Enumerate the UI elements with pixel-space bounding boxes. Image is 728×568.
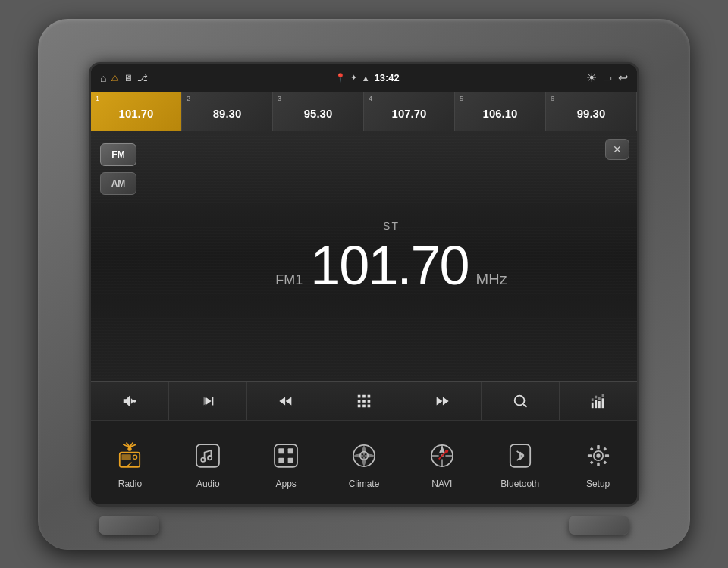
svg-rect-13: [592, 402, 594, 407]
nav-climate[interactable]: Climate: [325, 427, 403, 498]
svg-point-21: [128, 447, 132, 450]
radio-display: FM AM ST FM1 101.70 MHz ✕: [91, 131, 637, 381]
svg-rect-8: [358, 404, 361, 407]
am-button[interactable]: AM: [100, 172, 136, 195]
preset-freq-1: 101.70: [119, 107, 154, 120]
svg-rect-58: [589, 460, 593, 464]
svg-rect-10: [368, 404, 371, 407]
nav-navi[interactable]: NAVI: [403, 427, 481, 498]
setup-icon: [579, 436, 618, 475]
climate-icon: [344, 436, 384, 475]
svg-rect-16: [595, 395, 597, 398]
skip-next-button[interactable]: [169, 382, 247, 420]
svg-rect-30: [196, 444, 219, 467]
clock: 13:42: [375, 72, 400, 83]
volume-button[interactable]: [91, 382, 169, 420]
nav-radio[interactable]: Radio: [91, 427, 169, 498]
preset-freq-3: 95.30: [304, 107, 333, 120]
search-button[interactable]: [482, 382, 560, 420]
svg-point-32: [208, 456, 212, 460]
svg-rect-53: [597, 462, 600, 466]
nav-apps[interactable]: Apps: [247, 427, 325, 498]
grid-icon: [356, 393, 372, 410]
preset-number-4: 4: [369, 95, 372, 102]
equalizer-button[interactable]: [560, 382, 637, 420]
svg-rect-20: [602, 394, 604, 397]
preset-4[interactable]: 4 107.70: [364, 92, 455, 131]
band-label: FM1: [275, 272, 303, 288]
brightness-icon[interactable]: ☀: [586, 71, 597, 85]
svg-rect-54: [587, 454, 591, 457]
frequency-display: ST FM1 101.70 MHz: [146, 131, 637, 381]
preset-1[interactable]: 1 101.70: [91, 92, 182, 131]
status-right-icons: ☀ ▭ ↩: [586, 71, 628, 85]
preset-2[interactable]: 2 89.30: [182, 92, 273, 131]
svg-point-28: [133, 455, 137, 459]
bluetooth-nav-icon: [500, 436, 540, 475]
svg-rect-3: [362, 394, 366, 397]
nav-audio[interactable]: Audio: [169, 427, 247, 498]
svg-rect-37: [288, 457, 293, 463]
preset-freq-6: 99.30: [577, 107, 606, 120]
svg-rect-1: [212, 397, 214, 405]
frequency-unit: MHz: [476, 271, 507, 288]
device-body: ⌂ ⚠ 🖥 ⎇ 📍 ✦ ▲ 13:42 ☀ ▭ ↩ 1 101.70: [38, 19, 690, 550]
status-bar: ⌂ ⚠ 🖥 ⎇ 📍 ✦ ▲ 13:42 ☀ ▭ ↩: [91, 64, 637, 92]
svg-rect-57: [603, 447, 607, 450]
svg-rect-19: [602, 398, 604, 408]
skip-next-icon: [199, 393, 216, 410]
monitor-icon: 🖥: [124, 73, 133, 83]
grid-button[interactable]: [325, 382, 403, 420]
svg-rect-33: [275, 444, 297, 467]
preset-number-1: 1: [96, 95, 99, 102]
fast-forward-icon: [434, 393, 450, 410]
svg-point-48: [445, 449, 448, 452]
svg-rect-5: [358, 400, 361, 403]
apps-icon: [266, 436, 306, 475]
svg-line-29: [128, 462, 132, 465]
nav-setup[interactable]: Setup: [559, 427, 637, 498]
svg-rect-59: [603, 460, 607, 464]
navi-icon: [422, 436, 462, 475]
fm-button[interactable]: FM: [100, 143, 136, 166]
svg-rect-34: [278, 448, 284, 453]
bottom-nav: Radio Audio: [91, 421, 637, 504]
rewind-button[interactable]: [247, 382, 325, 420]
equalizer-icon: [590, 393, 607, 410]
status-left-icons: ⌂ ⚠ 🖥 ⎇: [100, 72, 148, 84]
battery-icon: ▭: [603, 72, 612, 83]
svg-point-31: [201, 457, 205, 461]
preset-6[interactable]: 6 99.30: [546, 92, 637, 131]
svg-rect-17: [598, 401, 601, 408]
location-icon: 📍: [335, 73, 346, 83]
svg-line-12: [523, 404, 526, 407]
svg-rect-15: [595, 400, 597, 408]
preset-5[interactable]: 5 106.10: [455, 92, 546, 131]
preset-bar: 1 101.70 2 89.30 3 95.30 4 107.70 5 106.…: [91, 92, 637, 131]
back-icon[interactable]: ↩: [618, 71, 628, 85]
preset-number-3: 3: [278, 95, 281, 102]
nav-bluetooth[interactable]: Bluetooth: [481, 427, 559, 498]
audio-label: Audio: [196, 479, 220, 489]
home-icon[interactable]: ⌂: [100, 72, 106, 84]
setup-label: Setup: [586, 479, 610, 489]
screen: ⌂ ⚠ 🖥 ⎇ 📍 ✦ ▲ 13:42 ☀ ▭ ↩ 1 101.70: [91, 64, 637, 504]
preset-number-6: 6: [551, 95, 554, 102]
svg-rect-14: [592, 398, 594, 401]
apps-label: Apps: [275, 479, 296, 489]
preset-freq-2: 89.30: [213, 107, 242, 120]
stereo-indicator: ST: [383, 220, 400, 232]
preset-3[interactable]: 3 95.30: [273, 92, 364, 131]
fast-forward-button[interactable]: [403, 382, 482, 420]
radio-icon: [110, 436, 149, 475]
svg-rect-18: [598, 397, 601, 400]
bluetooth-status-icon: ✦: [350, 73, 357, 83]
close-button[interactable]: ✕: [605, 139, 629, 160]
status-center-icons: 📍 ✦ ▲ 13:42: [335, 72, 400, 83]
climate-label: Climate: [349, 479, 380, 489]
warning-icon: ⚠: [111, 73, 119, 83]
preset-freq-5: 106.10: [483, 107, 518, 120]
svg-rect-4: [368, 394, 371, 397]
search-icon: [512, 393, 529, 410]
svg-rect-56: [589, 447, 593, 450]
